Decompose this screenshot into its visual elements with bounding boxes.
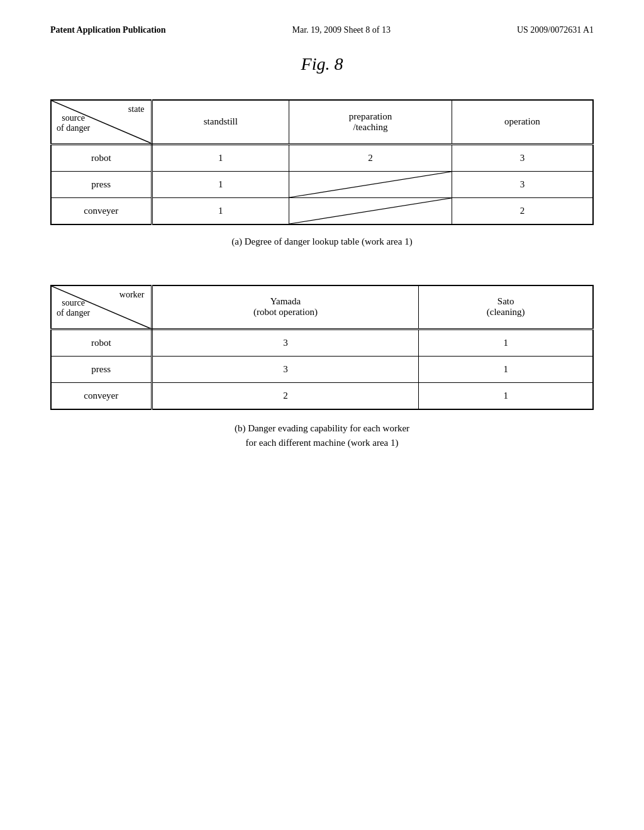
- table-row: press 3 1: [51, 357, 593, 383]
- table-a-press-operation: 3: [452, 171, 593, 197]
- table-b-robot-sato: 1: [419, 329, 593, 357]
- table-a-press-preparation: [289, 171, 452, 197]
- table-b-header-worker: worker: [119, 290, 145, 300]
- table-a-caption: (a) Degree of danger lookup table (work …: [50, 236, 594, 247]
- table-row: conveyer 1 2: [51, 197, 593, 224]
- table-b: worker sourceof danger Yamada(robot oper…: [50, 285, 594, 411]
- table-row: press 1 3: [51, 171, 593, 197]
- table-a-col-operation: operation: [452, 100, 593, 144]
- table-row: conveyer 2 1: [51, 383, 593, 410]
- header-date-sheet: Mar. 19, 2009 Sheet 8 of 13: [292, 25, 391, 35]
- table-b-row-press-label: press: [51, 357, 152, 383]
- table-a-row-conveyer-label: conveyer: [51, 197, 152, 224]
- table-b-press-sato: 1: [419, 357, 593, 383]
- table-b-header-source: sourceof danger: [57, 298, 90, 318]
- table-a: state sourceof danger standstill prepara…: [50, 99, 594, 225]
- table-a-robot-operation: 3: [452, 144, 593, 171]
- table-a-header-source: sourceof danger: [57, 113, 90, 133]
- table-a-row-press-label: press: [51, 171, 152, 197]
- figure-title: Fig. 8: [50, 54, 594, 74]
- table-b-section: worker sourceof danger Yamada(robot oper…: [50, 285, 594, 450]
- table-a-header-state: state: [128, 104, 145, 114]
- table-b-conveyer-yamada: 2: [152, 383, 419, 410]
- table-a-conveyer-standstill: 1: [152, 197, 289, 224]
- table-row: robot 3 1: [51, 329, 593, 357]
- table-row: robot 1 2 3: [51, 144, 593, 171]
- table-b-press-yamada: 3: [152, 357, 419, 383]
- table-b-diagonal-header: worker sourceof danger: [51, 285, 152, 329]
- table-a-conveyer-preparation: [289, 197, 452, 224]
- header-patent-number: US 2009/0072631 A1: [517, 25, 594, 35]
- table-b-caption: (b) Danger evading capability for each w…: [50, 421, 594, 450]
- svg-line-2: [289, 198, 452, 224]
- table-b-row-robot-label: robot: [51, 329, 152, 357]
- header-publication: Patent Application Publication: [50, 25, 166, 35]
- page-header: Patent Application Publication Mar. 19, …: [50, 25, 594, 35]
- table-a-robot-preparation: 2: [289, 144, 452, 171]
- table-a-conveyer-operation: 2: [452, 197, 593, 224]
- svg-line-1: [289, 172, 452, 197]
- table-b-robot-yamada: 3: [152, 329, 419, 357]
- table-a-diagonal-header: state sourceof danger: [51, 100, 152, 144]
- table-b-col-yamada: Yamada(robot operation): [152, 285, 419, 329]
- table-a-robot-standstill: 1: [152, 144, 289, 171]
- table-a-section: state sourceof danger standstill prepara…: [50, 99, 594, 247]
- table-b-conveyer-sato: 1: [419, 383, 593, 410]
- table-b-col-sato: Sato(cleaning): [419, 285, 593, 329]
- table-b-row-conveyer-label: conveyer: [51, 383, 152, 410]
- table-a-col-preparation: preparation/teaching: [289, 100, 452, 144]
- table-a-row-robot-label: robot: [51, 144, 152, 171]
- table-a-col-standstill: standstill: [152, 100, 289, 144]
- table-a-press-standstill: 1: [152, 171, 289, 197]
